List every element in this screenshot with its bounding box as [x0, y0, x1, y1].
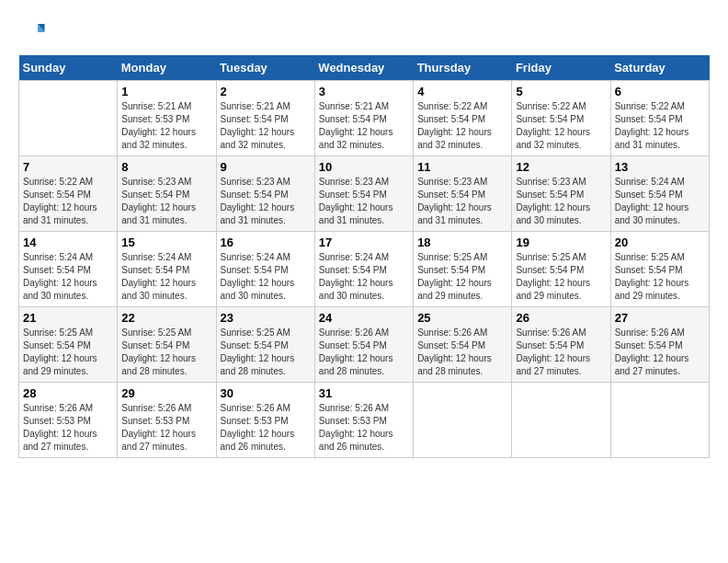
day-header-thursday: Thursday: [414, 55, 512, 81]
calendar-cell: [610, 383, 709, 458]
calendar-cell: 9Sunrise: 5:23 AM Sunset: 5:54 PM Daylig…: [216, 156, 314, 232]
calendar-cell: 7Sunrise: 5:22 AM Sunset: 5:54 PM Daylig…: [19, 156, 118, 232]
calendar-table: SundayMondayTuesdayWednesdayThursdayFrid…: [18, 55, 710, 458]
day-number: 30: [221, 386, 311, 400]
day-info: Sunrise: 5:23 AM Sunset: 5:54 PM Dayligh…: [221, 176, 311, 227]
calendar-cell: 23Sunrise: 5:25 AM Sunset: 5:54 PM Dayli…: [216, 307, 314, 383]
day-number: 29: [121, 386, 211, 400]
calendar-cell: 22Sunrise: 5:25 AM Sunset: 5:54 PM Dayli…: [118, 307, 216, 383]
day-number: 17: [319, 236, 409, 249]
day-info: Sunrise: 5:26 AM Sunset: 5:53 PM Dayligh…: [121, 402, 211, 454]
calendar-cell: 5Sunrise: 5:22 AM Sunset: 5:54 PM Daylig…: [512, 81, 610, 156]
day-info: Sunrise: 5:21 AM Sunset: 5:54 PM Dayligh…: [221, 100, 311, 152]
day-info: Sunrise: 5:23 AM Sunset: 5:54 PM Dayligh…: [121, 176, 211, 227]
calendar-cell: 19Sunrise: 5:25 AM Sunset: 5:54 PM Dayli…: [512, 232, 610, 307]
calendar-week-2: 7Sunrise: 5:22 AM Sunset: 5:54 PM Daylig…: [19, 156, 710, 232]
day-info: Sunrise: 5:25 AM Sunset: 5:54 PM Dayligh…: [615, 251, 705, 303]
day-header-tuesday: Tuesday: [216, 55, 314, 81]
calendar-cell: 16Sunrise: 5:24 AM Sunset: 5:54 PM Dayli…: [216, 232, 314, 307]
day-info: Sunrise: 5:26 AM Sunset: 5:53 PM Dayligh…: [221, 402, 311, 454]
day-info: Sunrise: 5:25 AM Sunset: 5:54 PM Dayligh…: [23, 327, 113, 378]
day-number: 4: [417, 85, 507, 98]
day-info: Sunrise: 5:25 AM Sunset: 5:54 PM Dayligh…: [121, 327, 211, 378]
day-number: 13: [615, 160, 705, 174]
calendar-cell: 4Sunrise: 5:22 AM Sunset: 5:54 PM Daylig…: [414, 81, 512, 156]
day-info: Sunrise: 5:23 AM Sunset: 5:54 PM Dayligh…: [417, 176, 507, 227]
day-info: Sunrise: 5:26 AM Sunset: 5:54 PM Dayligh…: [319, 327, 409, 378]
day-number: 26: [516, 311, 606, 325]
day-header-friday: Friday: [512, 55, 610, 81]
calendar-cell: 6Sunrise: 5:22 AM Sunset: 5:54 PM Daylig…: [610, 81, 709, 156]
calendar-cell: [19, 81, 118, 156]
logo: [18, 18, 50, 46]
day-number: 3: [319, 85, 409, 98]
day-number: 11: [417, 160, 507, 174]
calendar-cell: 21Sunrise: 5:25 AM Sunset: 5:54 PM Dayli…: [19, 307, 118, 383]
day-info: Sunrise: 5:26 AM Sunset: 5:54 PM Dayligh…: [615, 327, 705, 378]
calendar-cell: 17Sunrise: 5:24 AM Sunset: 5:54 PM Dayli…: [314, 232, 413, 307]
calendar-week-1: 1Sunrise: 5:21 AM Sunset: 5:53 PM Daylig…: [19, 81, 710, 156]
day-number: 10: [319, 160, 409, 174]
calendar-cell: 12Sunrise: 5:23 AM Sunset: 5:54 PM Dayli…: [512, 156, 610, 232]
day-number: 20: [615, 236, 705, 249]
calendar-week-3: 14Sunrise: 5:24 AM Sunset: 5:54 PM Dayli…: [19, 232, 710, 307]
day-number: 24: [319, 311, 409, 325]
calendar-cell: 24Sunrise: 5:26 AM Sunset: 5:54 PM Dayli…: [314, 307, 413, 383]
day-info: Sunrise: 5:26 AM Sunset: 5:54 PM Dayligh…: [516, 327, 606, 378]
day-header-wednesday: Wednesday: [314, 55, 413, 81]
day-info: Sunrise: 5:26 AM Sunset: 5:53 PM Dayligh…: [319, 402, 409, 454]
calendar-week-4: 21Sunrise: 5:25 AM Sunset: 5:54 PM Dayli…: [19, 307, 710, 383]
day-info: Sunrise: 5:24 AM Sunset: 5:54 PM Dayligh…: [121, 251, 211, 303]
calendar-cell: 30Sunrise: 5:26 AM Sunset: 5:53 PM Dayli…: [216, 383, 314, 458]
day-info: Sunrise: 5:23 AM Sunset: 5:54 PM Dayligh…: [319, 176, 409, 227]
day-number: 27: [615, 311, 705, 325]
calendar-cell: 15Sunrise: 5:24 AM Sunset: 5:54 PM Dayli…: [118, 232, 216, 307]
day-info: Sunrise: 5:25 AM Sunset: 5:54 PM Dayligh…: [516, 251, 606, 303]
day-number: 6: [615, 85, 705, 98]
day-info: Sunrise: 5:24 AM Sunset: 5:54 PM Dayligh…: [221, 251, 311, 303]
day-number: 7: [23, 160, 113, 174]
day-info: Sunrise: 5:24 AM Sunset: 5:54 PM Dayligh…: [23, 251, 113, 303]
day-info: Sunrise: 5:26 AM Sunset: 5:53 PM Dayligh…: [23, 402, 113, 454]
day-number: 9: [221, 160, 311, 174]
calendar-cell: 10Sunrise: 5:23 AM Sunset: 5:54 PM Dayli…: [314, 156, 413, 232]
calendar-cell: 31Sunrise: 5:26 AM Sunset: 5:53 PM Dayli…: [314, 383, 413, 458]
day-number: 16: [221, 236, 311, 249]
day-header-saturday: Saturday: [610, 55, 709, 81]
calendar-cell: 26Sunrise: 5:26 AM Sunset: 5:54 PM Dayli…: [512, 307, 610, 383]
calendar-cell: [414, 383, 512, 458]
calendar-cell: 8Sunrise: 5:23 AM Sunset: 5:54 PM Daylig…: [118, 156, 216, 232]
calendar-cell: 29Sunrise: 5:26 AM Sunset: 5:53 PM Dayli…: [118, 383, 216, 458]
day-number: 28: [23, 386, 113, 400]
calendar-cell: 14Sunrise: 5:24 AM Sunset: 5:54 PM Dayli…: [19, 232, 118, 307]
day-info: Sunrise: 5:22 AM Sunset: 5:54 PM Dayligh…: [417, 100, 507, 152]
day-info: Sunrise: 5:25 AM Sunset: 5:54 PM Dayligh…: [417, 251, 507, 303]
day-number: 2: [221, 85, 311, 98]
day-info: Sunrise: 5:22 AM Sunset: 5:54 PM Dayligh…: [23, 176, 113, 227]
day-number: 5: [516, 85, 606, 98]
day-info: Sunrise: 5:25 AM Sunset: 5:54 PM Dayligh…: [221, 327, 311, 378]
calendar-cell: 20Sunrise: 5:25 AM Sunset: 5:54 PM Dayli…: [610, 232, 709, 307]
day-info: Sunrise: 5:21 AM Sunset: 5:53 PM Dayligh…: [121, 100, 211, 152]
day-number: 12: [516, 160, 606, 174]
calendar-cell: 27Sunrise: 5:26 AM Sunset: 5:54 PM Dayli…: [610, 307, 709, 383]
calendar-cell: 11Sunrise: 5:23 AM Sunset: 5:54 PM Dayli…: [414, 156, 512, 232]
day-number: 8: [121, 160, 211, 174]
day-number: 14: [23, 236, 113, 249]
day-info: Sunrise: 5:21 AM Sunset: 5:54 PM Dayligh…: [319, 100, 409, 152]
day-number: 1: [121, 85, 211, 98]
day-info: Sunrise: 5:22 AM Sunset: 5:54 PM Dayligh…: [516, 100, 606, 152]
calendar-cell: 13Sunrise: 5:24 AM Sunset: 5:54 PM Dayli…: [610, 156, 709, 232]
calendar-cell: 18Sunrise: 5:25 AM Sunset: 5:54 PM Dayli…: [414, 232, 512, 307]
day-number: 23: [221, 311, 311, 325]
page-header: [18, 18, 710, 46]
day-number: 18: [417, 236, 507, 249]
calendar-cell: 3Sunrise: 5:21 AM Sunset: 5:54 PM Daylig…: [314, 81, 413, 156]
day-number: 25: [417, 311, 507, 325]
calendar-cell: 1Sunrise: 5:21 AM Sunset: 5:53 PM Daylig…: [118, 81, 216, 156]
calendar-cell: 28Sunrise: 5:26 AM Sunset: 5:53 PM Dayli…: [19, 383, 118, 458]
day-info: Sunrise: 5:26 AM Sunset: 5:54 PM Dayligh…: [417, 327, 507, 378]
day-info: Sunrise: 5:24 AM Sunset: 5:54 PM Dayligh…: [319, 251, 409, 303]
calendar-cell: 25Sunrise: 5:26 AM Sunset: 5:54 PM Dayli…: [414, 307, 512, 383]
calendar-cell: [512, 383, 610, 458]
